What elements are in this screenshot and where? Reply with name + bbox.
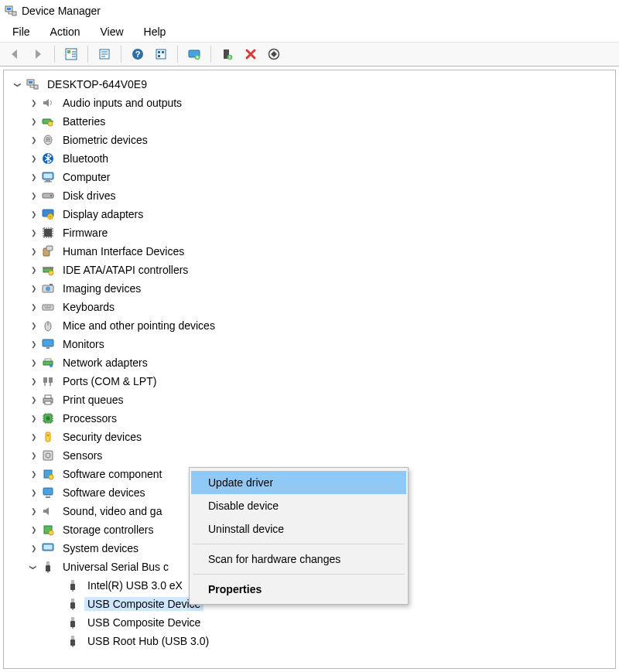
expand-toggle-icon[interactable] (27, 247, 39, 256)
computer-icon (26, 77, 39, 91)
context-menu-update-driver[interactable]: Update driver (191, 471, 406, 494)
expand-toggle-icon[interactable] (27, 99, 39, 107)
tree-category[interactable]: Audio inputs and outputs (4, 94, 615, 112)
expand-toggle-icon[interactable] (27, 266, 39, 275)
tree-category-label: Network adapters (60, 356, 151, 370)
toolbar-enable-button[interactable] (217, 44, 238, 64)
imaging-icon (41, 281, 55, 295)
tree-category[interactable]: IDE ATA/ATAPI controllers (4, 261, 615, 279)
computer-icon (41, 170, 55, 184)
context-menu-scan[interactable]: Scan for hardware changes (191, 547, 406, 571)
tree-category[interactable]: Monitors (4, 335, 615, 353)
title-bar: Device Manager (0, 0, 619, 22)
expand-toggle-icon[interactable] (27, 359, 39, 367)
tree-category[interactable]: Batteries (4, 112, 615, 131)
expand-toggle-icon[interactable] (27, 526, 39, 534)
tree-category[interactable]: Firmware (4, 223, 615, 242)
expand-toggle-icon[interactable] (27, 507, 39, 516)
expand-toggle-icon[interactable] (12, 80, 24, 89)
menu-file[interactable]: File (3, 23, 39, 40)
expand-toggle-icon[interactable] (27, 155, 39, 163)
toolbar-scan-button[interactable] (151, 44, 171, 64)
tree-device-label: USB Composite Device (84, 616, 203, 629)
expand-toggle-icon[interactable] (27, 118, 39, 126)
tree-category-label: Disk drives (60, 189, 118, 203)
menu-help[interactable]: Help (135, 23, 176, 40)
menu-action[interactable]: Action (41, 23, 90, 40)
expand-toggle-icon[interactable] (27, 285, 39, 293)
tree-category-label: Security devices (60, 430, 145, 444)
context-menu-uninstall-device[interactable]: Uninstall device (191, 517, 406, 541)
expand-toggle-icon[interactable] (27, 470, 39, 479)
tree-category-label: Human Interface Devices (60, 244, 187, 258)
tree-category-label: Keyboards (60, 300, 118, 314)
biometric-icon (41, 133, 55, 147)
context-menu-disable-device[interactable]: Disable device (191, 494, 406, 517)
tree-category[interactable]: Ports (COM & LPT) (4, 372, 615, 391)
tree-category[interactable]: Human Interface Devices (4, 242, 615, 261)
expand-toggle-icon[interactable] (27, 192, 39, 200)
menu-view[interactable]: View (91, 23, 132, 40)
usb-icon (41, 560, 55, 574)
tree-category[interactable]: Sensors (4, 446, 615, 465)
tree-category[interactable]: Disk drives (4, 186, 615, 205)
expand-toggle-icon[interactable] (27, 136, 39, 145)
softdev-icon (41, 486, 55, 500)
toolbar-help-button[interactable] (128, 44, 148, 64)
tree-category-label: Mice and other pointing devices (60, 319, 218, 333)
expand-toggle-icon[interactable] (27, 414, 39, 423)
battery-icon (41, 114, 55, 128)
toolbar-uninstall-button[interactable] (241, 44, 261, 64)
system-icon (41, 541, 55, 555)
toolbar-forward-button[interactable] (28, 44, 48, 64)
tree-category-label: Batteries (60, 114, 108, 128)
context-menu-separator (193, 574, 405, 575)
expand-toggle-icon[interactable] (27, 489, 39, 497)
tree-device[interactable]: USB Composite Device (4, 613, 615, 632)
expand-toggle-icon[interactable] (27, 210, 39, 219)
toolbar-separator (87, 46, 88, 63)
tree-category[interactable]: Network adapters (4, 353, 615, 372)
app-icon (5, 5, 17, 17)
toolbar-properties-button[interactable] (94, 44, 115, 64)
softcomp-icon (41, 467, 55, 481)
toolbar-disable-button[interactable] (264, 44, 284, 64)
tree-category[interactable]: Imaging devices (4, 279, 615, 298)
expand-toggle-icon[interactable] (27, 173, 39, 182)
toolbar-back-button[interactable] (5, 44, 25, 64)
tree-category[interactable]: Biometric devices (4, 131, 615, 149)
tree-category[interactable]: Bluetooth (4, 149, 615, 168)
toolbar-show-hide-button[interactable] (61, 44, 81, 64)
toolbar-separator (177, 46, 178, 63)
expand-toggle-icon[interactable] (27, 303, 39, 312)
expand-toggle-icon[interactable] (27, 452, 39, 460)
expand-toggle-icon[interactable] (27, 563, 39, 571)
expand-toggle-icon[interactable] (27, 377, 39, 386)
tree-category[interactable]: Processors (4, 409, 615, 428)
expand-toggle-icon[interactable] (27, 396, 39, 404)
tree-category[interactable]: Mice and other pointing devices (4, 316, 615, 335)
tree-device[interactable]: USB Root Hub (USB 3.0) (4, 632, 615, 650)
tree-category[interactable]: Computer (4, 168, 615, 186)
expand-toggle-icon[interactable] (27, 433, 39, 442)
speaker-icon (41, 96, 55, 110)
expand-toggle-icon[interactable] (27, 544, 39, 553)
tree-category-label: Firmware (60, 226, 111, 240)
tree-category[interactable]: Display adapters (4, 205, 615, 223)
expand-toggle-icon[interactable] (27, 229, 39, 237)
tree-category-label: Sound, video and ga (60, 504, 165, 518)
printer-icon (41, 393, 55, 407)
toolbar-update-driver-button[interactable] (184, 44, 204, 64)
expand-toggle-icon[interactable] (27, 340, 39, 349)
context-menu-properties[interactable]: Properties (191, 578, 406, 601)
network-icon (41, 356, 55, 370)
toolbar-separator (121, 46, 121, 63)
tree-category[interactable]: Security devices (4, 428, 615, 446)
toolbar (0, 42, 619, 67)
tree-root[interactable]: DESKTOP-644V0E9 (4, 75, 615, 94)
expand-toggle-icon[interactable] (27, 322, 39, 330)
sound-icon (41, 504, 55, 518)
tree-category[interactable]: Print queues (4, 391, 615, 409)
tree-category[interactable]: Keyboards (4, 298, 615, 316)
tree-device-label: Intel(R) USB 3.0 eX (84, 578, 186, 592)
